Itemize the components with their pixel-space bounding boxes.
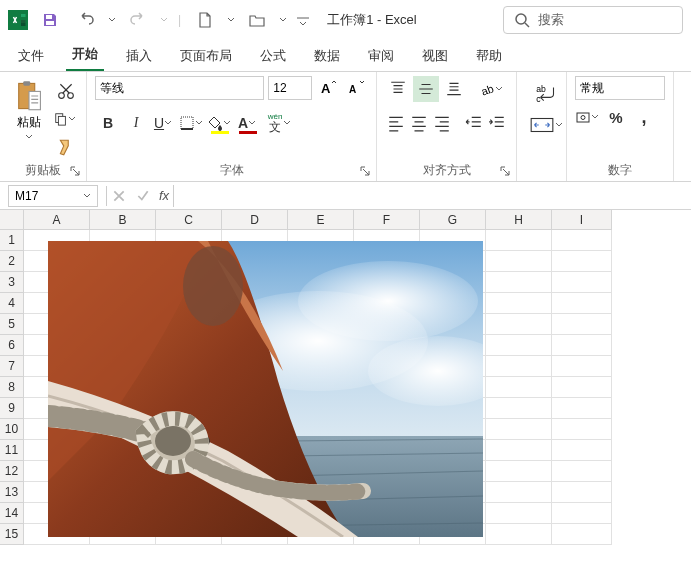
row-header[interactable]: 5	[0, 314, 24, 335]
align-right-button[interactable]	[432, 110, 453, 136]
qat-customize[interactable]	[295, 6, 311, 34]
tab-help[interactable]: 帮助	[470, 41, 508, 71]
cell[interactable]	[552, 230, 612, 251]
cell[interactable]	[552, 461, 612, 482]
row-header[interactable]: 7	[0, 356, 24, 377]
merge-center-button[interactable]	[529, 112, 565, 138]
wrap-text-button[interactable]: abc	[529, 80, 565, 106]
tab-home[interactable]: 开始	[66, 39, 104, 71]
cell[interactable]	[552, 272, 612, 293]
row-header[interactable]: 3	[0, 272, 24, 293]
orientation-button[interactable]: ab	[479, 76, 505, 102]
cell[interactable]	[486, 419, 552, 440]
tab-insert[interactable]: 插入	[120, 41, 158, 71]
cut-button[interactable]	[54, 80, 78, 102]
cell[interactable]	[552, 356, 612, 377]
search-box[interactable]: 搜索	[503, 6, 683, 34]
col-header[interactable]: F	[354, 210, 420, 230]
col-header[interactable]: D	[222, 210, 288, 230]
align-bottom-button[interactable]	[441, 76, 467, 102]
row-header[interactable]: 4	[0, 293, 24, 314]
align-middle-button[interactable]	[413, 76, 439, 102]
italic-button[interactable]: I	[123, 110, 149, 136]
new-file-button[interactable]	[191, 6, 219, 34]
cell[interactable]	[552, 419, 612, 440]
paste-button[interactable]: 粘贴	[8, 76, 50, 141]
cell[interactable]	[552, 293, 612, 314]
cell[interactable]	[486, 293, 552, 314]
row-header[interactable]: 2	[0, 251, 24, 272]
col-header[interactable]: E	[288, 210, 354, 230]
embedded-image[interactable]	[48, 241, 483, 537]
cell[interactable]	[552, 251, 612, 272]
cancel-formula-button[interactable]	[107, 184, 131, 208]
cell[interactable]	[552, 314, 612, 335]
name-box[interactable]: M17	[8, 185, 98, 207]
tab-data[interactable]: 数据	[308, 41, 346, 71]
decrease-indent-button[interactable]	[463, 110, 484, 136]
fill-color-button[interactable]	[207, 110, 233, 136]
col-header[interactable]: I	[552, 210, 612, 230]
cell[interactable]	[552, 398, 612, 419]
cell[interactable]	[552, 524, 612, 545]
align-left-button[interactable]	[385, 110, 406, 136]
row-header[interactable]: 14	[0, 503, 24, 524]
formula-input[interactable]	[173, 185, 691, 207]
clipboard-dialog-launcher[interactable]	[70, 165, 82, 177]
cell[interactable]	[486, 398, 552, 419]
col-header[interactable]: H	[486, 210, 552, 230]
number-format-select[interactable]	[575, 76, 665, 100]
font-size-select[interactable]	[268, 76, 312, 100]
col-header[interactable]: C	[156, 210, 222, 230]
cell[interactable]	[486, 503, 552, 524]
enter-formula-button[interactable]	[131, 184, 155, 208]
row-header[interactable]: 13	[0, 482, 24, 503]
cell[interactable]	[552, 377, 612, 398]
cell[interactable]	[486, 482, 552, 503]
cell[interactable]	[486, 377, 552, 398]
font-dialog-launcher[interactable]	[360, 165, 372, 177]
decrease-font-button[interactable]: A	[344, 76, 368, 100]
col-header[interactable]: A	[24, 210, 90, 230]
bold-button[interactable]: B	[95, 110, 121, 136]
row-header[interactable]: 10	[0, 419, 24, 440]
ruby-button[interactable]: wén文	[263, 110, 289, 136]
copy-button[interactable]	[54, 108, 78, 130]
fx-icon[interactable]: fx	[155, 188, 173, 203]
row-header[interactable]: 15	[0, 524, 24, 545]
increase-font-button[interactable]: A	[316, 76, 340, 100]
cell[interactable]	[486, 461, 552, 482]
tab-page-layout[interactable]: 页面布局	[174, 41, 238, 71]
borders-button[interactable]	[179, 110, 205, 136]
font-family-select[interactable]	[95, 76, 264, 100]
underline-button[interactable]: U	[151, 110, 177, 136]
cell[interactable]	[486, 230, 552, 251]
new-file-dropdown[interactable]	[227, 16, 235, 24]
row-header[interactable]: 11	[0, 440, 24, 461]
cell[interactable]	[552, 335, 612, 356]
align-top-button[interactable]	[385, 76, 411, 102]
tab-file[interactable]: 文件	[12, 41, 50, 71]
open-file-button[interactable]	[243, 6, 271, 34]
cell[interactable]	[486, 272, 552, 293]
undo-dropdown[interactable]	[108, 16, 116, 24]
save-button[interactable]	[36, 6, 64, 34]
row-header[interactable]: 1	[0, 230, 24, 251]
tab-view[interactable]: 视图	[416, 41, 454, 71]
row-header[interactable]: 12	[0, 461, 24, 482]
select-all-corner[interactable]	[0, 210, 24, 230]
row-header[interactable]: 6	[0, 335, 24, 356]
undo-button[interactable]	[72, 6, 100, 34]
percent-button[interactable]: %	[603, 104, 629, 130]
tab-formulas[interactable]: 公式	[254, 41, 292, 71]
tab-review[interactable]: 审阅	[362, 41, 400, 71]
cell[interactable]	[486, 356, 552, 377]
align-center-button[interactable]	[408, 110, 429, 136]
font-color-button[interactable]: A	[235, 110, 261, 136]
cell[interactable]	[486, 314, 552, 335]
alignment-dialog-launcher[interactable]	[500, 165, 512, 177]
cell[interactable]	[486, 251, 552, 272]
cell[interactable]	[552, 440, 612, 461]
row-header[interactable]: 8	[0, 377, 24, 398]
format-painter-button[interactable]	[54, 136, 78, 158]
